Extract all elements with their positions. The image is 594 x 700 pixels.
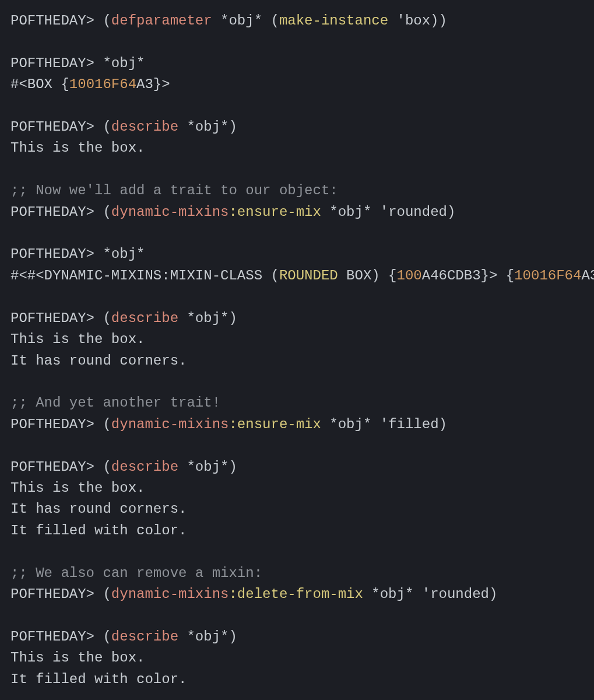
code-token: POFTHEDAY> ( <box>10 459 111 475</box>
code-token: ;; We also can remove a mixin: <box>10 565 262 581</box>
code-token: dynamic-mixins <box>111 416 229 432</box>
code-token: POFTHEDAY> ( <box>10 13 111 29</box>
code-line: POFTHEDAY> (dynamic-mixins:delete-from-m… <box>10 586 497 602</box>
code-line: #<#<DYNAMIC-MIXINS:MIXIN-CLASS (ROUNDED … <box>10 268 594 284</box>
code-token: #<#<DYNAMIC-MIXINS:MIXIN-CLASS ( <box>10 268 279 284</box>
code-token: *obj*) <box>178 310 237 326</box>
code-token: *obj* ( <box>212 13 279 29</box>
code-token: POFTHEDAY> ( <box>10 310 111 326</box>
code-token: *obj*) <box>178 629 237 645</box>
code-token: *obj*) <box>178 119 237 135</box>
code-token: 'box)) <box>388 13 447 29</box>
code-line: This is the box. <box>10 480 145 496</box>
code-token: 10016F64 <box>69 76 136 92</box>
code-token: describe <box>111 459 178 475</box>
code-line: POFTHEDAY> (describe *obj*) <box>10 459 237 475</box>
code-line: ;; And yet another trait! <box>10 395 220 411</box>
code-token: ;; And yet another trait! <box>10 395 220 411</box>
code-token: POFTHEDAY> ( <box>10 586 111 602</box>
code-line: It has round corners. <box>10 501 187 517</box>
code-token: dynamic-mixins <box>111 204 229 220</box>
code-token: It filled with color. <box>10 523 187 538</box>
code-line: It has round corners. <box>10 353 187 369</box>
code-token: describe <box>111 119 178 135</box>
code-token: POFTHEDAY> ( <box>10 416 111 432</box>
code-token: ;; Now we'll add a trait to our object: <box>10 183 338 198</box>
code-token: This is the box. <box>10 331 145 347</box>
code-token: This is the box. <box>10 650 145 666</box>
code-token: *obj* 'rounded) <box>321 204 455 220</box>
code-line: It filled with color. <box>10 671 187 687</box>
code-line: POFTHEDAY> (dynamic-mixins:ensure-mix *o… <box>10 204 455 220</box>
code-token: :ensure-mix <box>229 416 321 432</box>
code-token: #<BOX { <box>10 76 69 92</box>
code-token: ROUNDED <box>279 268 338 284</box>
code-line: This is the box. <box>10 650 145 666</box>
code-line: POFTHEDAY> (dynamic-mixins:ensure-mix *o… <box>10 416 447 432</box>
code-token: dynamic-mixins <box>111 586 229 602</box>
code-line: ;; We also can remove a mixin: <box>10 565 262 581</box>
code-token: It filled with color. <box>10 671 187 687</box>
code-line: POFTHEDAY> (describe *obj*) <box>10 119 237 135</box>
code-token: *obj* 'rounded) <box>363 586 497 602</box>
code-token: defparameter <box>111 13 212 29</box>
code-line: POFTHEDAY> (describe *obj*) <box>10 310 237 326</box>
code-token: A3}> <box>581 268 594 284</box>
code-token: 10016F64 <box>514 268 581 284</box>
code-block: POFTHEDAY> (defparameter *obj* (make-ins… <box>0 0 594 700</box>
code-token: make-instance <box>279 13 388 29</box>
code-token: A46CDB3}> { <box>422 268 514 284</box>
code-token: This is the box. <box>10 480 145 496</box>
code-token: POFTHEDAY> *obj* <box>10 246 145 262</box>
code-token: A3}> <box>136 76 170 92</box>
code-token: describe <box>111 310 178 326</box>
code-token: This is the box. <box>10 140 145 156</box>
code-token: POFTHEDAY> *obj* <box>10 55 145 71</box>
code-token: :delete-from-mix <box>229 586 363 602</box>
code-line: POFTHEDAY> (describe *obj*) <box>10 629 237 645</box>
code-line: This is the box. <box>10 331 145 347</box>
code-token: POFTHEDAY> ( <box>10 629 111 645</box>
code-token: BOX) { <box>338 268 397 284</box>
code-token: *obj* 'filled) <box>321 416 447 432</box>
code-line: #<BOX {10016F64A3}> <box>10 76 170 92</box>
code-token: It has round corners. <box>10 353 187 369</box>
code-token: POFTHEDAY> ( <box>10 119 111 135</box>
code-line: POFTHEDAY> *obj* <box>10 55 145 71</box>
code-token: *obj*) <box>178 459 237 475</box>
code-line: POFTHEDAY> *obj* <box>10 246 145 262</box>
code-line: This is the box. <box>10 140 145 156</box>
code-line: POFTHEDAY> (defparameter *obj* (make-ins… <box>10 13 447 29</box>
code-line: ;; Now we'll add a trait to our object: <box>10 183 338 198</box>
code-line: It filled with color. <box>10 523 187 538</box>
code-token: POFTHEDAY> ( <box>10 204 111 220</box>
code-token: describe <box>111 629 178 645</box>
code-token: :ensure-mix <box>229 204 321 220</box>
code-token: It has round corners. <box>10 501 187 517</box>
code-token: 100 <box>397 268 422 284</box>
